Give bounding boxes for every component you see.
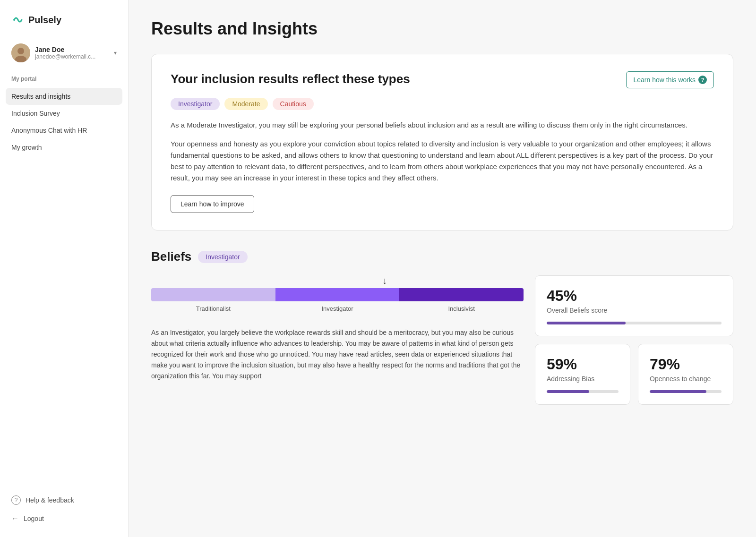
overall-score-fill [547, 322, 626, 324]
user-email: janedoe@workemail.c... [35, 53, 109, 60]
addressing-bias-label: Addressing Bias [547, 375, 619, 383]
sidebar-item-chat[interactable]: Anonymous Chat with HR [6, 122, 122, 139]
user-info: Jane Doe janedoe@workemail.c... [35, 46, 109, 60]
sidebar-item-growth[interactable]: My growth [6, 139, 122, 156]
logout-icon: ← [11, 514, 19, 523]
spectrum-investigator [275, 288, 400, 301]
addressing-bias-value: 59% [547, 356, 619, 373]
card-title: Your inclusion results reflect these typ… [171, 71, 410, 87]
learn-improve-button[interactable]: Learn how to improve [171, 195, 254, 213]
beliefs-right: 45% Overall Beliefs score 59% Addressing… [535, 275, 733, 405]
svg-point-0 [13, 19, 15, 21]
avatar-image [11, 43, 30, 62]
user-profile[interactable]: Jane Doe janedoe@workemail.c... ▾ [0, 38, 128, 72]
type-badges: Investigator Moderate Cautious [171, 98, 714, 110]
avatar [11, 43, 30, 62]
card-header: Your inclusion results reflect these typ… [171, 71, 714, 88]
spectrum-label-inclusivist: Inclusivist [399, 305, 524, 312]
page-title: Results and Insights [151, 19, 733, 39]
portal-section-title: My portal [0, 72, 128, 86]
beliefs-left: ↓ Traditionalist Investigator Inclusivis… [151, 275, 524, 405]
sidebar-item-results[interactable]: Results and insights [6, 88, 122, 105]
openness-fill [650, 390, 706, 393]
beliefs-title: Beliefs [151, 249, 191, 264]
beliefs-description: As an Investigator, you largely believe … [151, 327, 524, 382]
score-cards-row: 59% Addressing Bias 79% Openness to chan… [535, 344, 733, 405]
main-content: Results and Insights Your inclusion resu… [129, 0, 756, 537]
addressing-bias-card: 59% Addressing Bias [535, 344, 630, 405]
spectrum-label-traditionalist: Traditionalist [151, 305, 275, 312]
help-circle-icon: ? [698, 76, 707, 84]
overall-score-bar [547, 322, 722, 324]
help-feedback-item[interactable]: ? Help & feedback [11, 493, 117, 508]
logout-label: Logout [24, 515, 44, 522]
svg-point-2 [17, 48, 24, 54]
spectrum-labels: Traditionalist Investigator Inclusivist [151, 305, 524, 312]
spectrum-inclusivist [399, 288, 524, 301]
openness-card: 79% Openness to change [638, 344, 733, 405]
badge-cautious: Cautious [273, 98, 314, 110]
openness-value: 79% [650, 356, 722, 373]
logo-text: Pulsely [28, 15, 61, 26]
addressing-bias-fill [547, 390, 589, 393]
openness-label: Openness to change [650, 375, 722, 383]
openness-bar [650, 390, 722, 393]
sidebar: Pulsely Jane Doe janedoe@workemail.c... … [0, 0, 129, 537]
pulsely-logo-icon [11, 13, 25, 26]
sidebar-bottom: ? Help & feedback ← Logout [0, 485, 128, 537]
learn-how-button[interactable]: Learn how this works ? [626, 71, 714, 88]
help-label: Help & feedback [26, 496, 74, 504]
spectrum-label-investigator: Investigator [275, 305, 400, 312]
overall-score-card: 45% Overall Beliefs score [535, 275, 733, 336]
inclusion-description-2: Your openness and honesty as you explore… [171, 138, 714, 184]
addressing-bias-bar [547, 390, 619, 393]
overall-score-value: 45% [547, 287, 722, 305]
inclusion-description-1: As a Moderate Investigator, you may stil… [171, 119, 714, 131]
logo: Pulsely [0, 0, 128, 38]
overall-score-label: Overall Beliefs score [547, 307, 722, 314]
chevron-down-icon: ▾ [114, 50, 117, 56]
inclusion-results-card: Your inclusion results reflect these typ… [151, 54, 733, 230]
spectrum-arrow-icon: ↓ [246, 275, 524, 286]
spectrum-traditionalist [151, 288, 275, 301]
sidebar-nav: Results and insights Inclusion Survey An… [0, 86, 128, 288]
help-icon: ? [11, 495, 21, 505]
badge-investigator: Investigator [171, 98, 220, 110]
sidebar-item-survey[interactable]: Inclusion Survey [6, 105, 122, 122]
beliefs-badge: Investigator [198, 251, 247, 263]
spectrum-container: ↓ Traditionalist Investigator Inclusivis… [151, 275, 524, 312]
user-name: Jane Doe [35, 46, 109, 53]
beliefs-section: Beliefs Investigator ↓ Traditionalist In… [151, 249, 733, 405]
learn-how-label: Learn how this works [633, 76, 696, 84]
spectrum-bar [151, 288, 524, 301]
logout-item[interactable]: ← Logout [11, 511, 117, 526]
beliefs-header: Beliefs Investigator [151, 249, 733, 264]
badge-moderate: Moderate [224, 98, 267, 110]
beliefs-content: ↓ Traditionalist Investigator Inclusivis… [151, 275, 733, 405]
